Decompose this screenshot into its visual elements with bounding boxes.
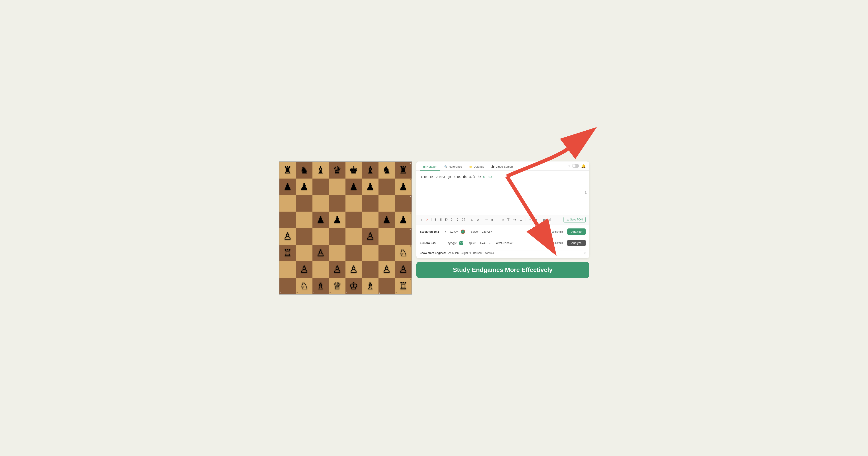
- lczero-syzygy-checkbox[interactable]: ✓: [459, 241, 463, 245]
- square-c2[interactable]: [312, 261, 329, 278]
- square-g3[interactable]: [378, 245, 395, 261]
- square-f5[interactable]: [362, 211, 378, 228]
- square-h5[interactable]: 5♟: [395, 211, 411, 228]
- scroll-indicator[interactable]: ⇕: [584, 190, 587, 195]
- toolbar-exclaim-q[interactable]: !?: [444, 217, 448, 222]
- tab-notation[interactable]: ▦ Notation: [420, 163, 440, 171]
- square-f4[interactable]: ♙: [362, 228, 378, 245]
- square-e6[interactable]: [345, 195, 362, 211]
- square-c5[interactable]: ♟: [312, 211, 329, 228]
- save-pgn-button[interactable]: ☁ Save PGN: [563, 217, 586, 223]
- square-e1[interactable]: e♔: [345, 278, 362, 294]
- toolbar-double-q[interactable]: ??: [461, 217, 466, 222]
- toolbar-equal[interactable]: =: [496, 217, 499, 222]
- square-d2[interactable]: ♙: [329, 261, 345, 278]
- square-h8[interactable]: 8♜: [395, 162, 411, 178]
- square-c4[interactable]: [312, 228, 329, 245]
- square-e3[interactable]: [345, 245, 362, 261]
- square-b5[interactable]: [296, 211, 312, 228]
- square-a4[interactable]: ♙: [279, 228, 296, 245]
- square-a6[interactable]: [279, 195, 296, 211]
- stockfish-server-dropdown[interactable]: 1 MN/s ▾: [482, 230, 492, 233]
- toolbar-question[interactable]: ?: [456, 217, 459, 222]
- square-a7[interactable]: ♟: [279, 178, 296, 195]
- square-a1[interactable]: a: [279, 278, 296, 294]
- toolbar-arrow[interactable]: →: [528, 217, 532, 222]
- square-h2[interactable]: 2♙: [395, 261, 411, 278]
- toolbar-plus-minus2[interactable]: −+: [512, 217, 517, 222]
- square-g4[interactable]: [378, 228, 395, 245]
- square-d5[interactable]: ♟: [329, 211, 345, 228]
- square-b4[interactable]: [296, 228, 312, 245]
- tab-uploads[interactable]: 📁 Uploads: [466, 163, 487, 171]
- engine-koivisto[interactable]: Koivisto: [485, 252, 494, 255]
- engine-sugar[interactable]: Sugar Al: [461, 252, 471, 255]
- square-e7[interactable]: ♟: [345, 178, 362, 195]
- square-c8[interactable]: ♝: [312, 162, 329, 178]
- toolbar-double-exclaim[interactable]: !!: [439, 217, 443, 222]
- toolbar-exchange[interactable]: ⇄: [534, 217, 538, 222]
- toolbar-plus-minus[interactable]: +-: [485, 217, 489, 222]
- square-a8[interactable]: ♜: [279, 162, 296, 178]
- toolbar-trash[interactable]: 🗑: [548, 217, 553, 222]
- tab-video-search[interactable]: 🎥 Video Search: [488, 163, 516, 171]
- square-f2[interactable]: [362, 261, 378, 278]
- toolbar-pm[interactable]: ±: [490, 217, 494, 222]
- toolbar-circle[interactable]: ⊙: [476, 217, 480, 222]
- lczero-analyze-button[interactable]: Analyze: [567, 240, 586, 246]
- square-c1[interactable]: c♗: [312, 278, 329, 294]
- lczero-cpuct-controls[interactable]: ‹ ›: [489, 242, 491, 245]
- square-e8[interactable]: ♚: [345, 162, 362, 178]
- square-e4[interactable]: [345, 228, 362, 245]
- square-b6[interactable]: [296, 195, 312, 211]
- square-f7[interactable]: ♟: [362, 178, 378, 195]
- square-d1[interactable]: d♕: [329, 278, 345, 294]
- toolbar-perp[interactable]: ⊤: [506, 217, 510, 222]
- square-e2[interactable]: ♙: [345, 261, 362, 278]
- square-b7[interactable]: ♟: [296, 178, 312, 195]
- move-5[interactable]: 5. Ra3: [483, 175, 492, 178]
- move-1[interactable]: 1. c3 c5 2. Nh3 g5 3. a4 d5 4. f4 h5: [421, 175, 483, 178]
- square-c6[interactable]: [312, 195, 329, 211]
- square-b3[interactable]: [296, 245, 312, 261]
- stockfish-syzygy-checkbox[interactable]: ✓: [461, 230, 465, 233]
- toggle-switch[interactable]: [572, 164, 579, 168]
- tab-reference[interactable]: 🔍 Reference: [441, 163, 465, 171]
- square-c7[interactable]: [312, 178, 329, 195]
- square-h7[interactable]: 7♟: [395, 178, 411, 195]
- square-c3[interactable]: ♙: [312, 245, 329, 261]
- lczero-model-dropdown[interactable]: latest-320x24 ▾: [496, 241, 514, 245]
- toolbar-perp2[interactable]: ⊥: [519, 217, 523, 222]
- square-h3[interactable]: 3♘: [395, 245, 411, 261]
- square-g2[interactable]: ♙: [378, 261, 395, 278]
- cpuct-more[interactable]: ›: [490, 242, 491, 245]
- toolbar-exclaim[interactable]: !: [434, 217, 437, 222]
- stockfish-dropdown[interactable]: Stockfish 15.1 ▾: [420, 230, 446, 233]
- square-g7[interactable]: [378, 178, 395, 195]
- square-h1[interactable]: 1h♖: [395, 278, 411, 294]
- square-f1[interactable]: f♗: [362, 278, 378, 294]
- toolbar-delete[interactable]: ✕: [425, 217, 429, 222]
- square-d6[interactable]: [329, 195, 345, 211]
- square-d3[interactable]: [329, 245, 345, 261]
- square-b8[interactable]: ♞: [296, 162, 312, 178]
- bell-icon[interactable]: 🔔: [581, 164, 586, 168]
- toolbar-box-arrow[interactable]: ⊞: [542, 217, 547, 222]
- square-a2[interactable]: [279, 261, 296, 278]
- lczero-dropdown[interactable]: LCZero 0.29: [420, 241, 444, 245]
- show-more-chevron[interactable]: ▾: [584, 251, 586, 255]
- engine-asmfish[interactable]: AsmFish: [448, 252, 459, 255]
- square-a3[interactable]: ♖: [279, 245, 296, 261]
- engine-berserk[interactable]: Berserk: [473, 252, 482, 255]
- square-b2[interactable]: ♙: [296, 261, 312, 278]
- cpuct-less[interactable]: ‹: [489, 242, 490, 245]
- square-d4[interactable]: [329, 228, 345, 245]
- toolbar-q-exclaim[interactable]: ?!: [450, 217, 454, 222]
- toolbar-square[interactable]: □: [470, 217, 474, 222]
- square-f6[interactable]: [362, 195, 378, 211]
- square-h4[interactable]: 4: [395, 228, 411, 245]
- square-d7[interactable]: [329, 178, 345, 195]
- square-f8[interactable]: ♝: [362, 162, 378, 178]
- toolbar-infinity[interactable]: ∞: [501, 217, 504, 222]
- square-d8[interactable]: ♛: [329, 162, 345, 178]
